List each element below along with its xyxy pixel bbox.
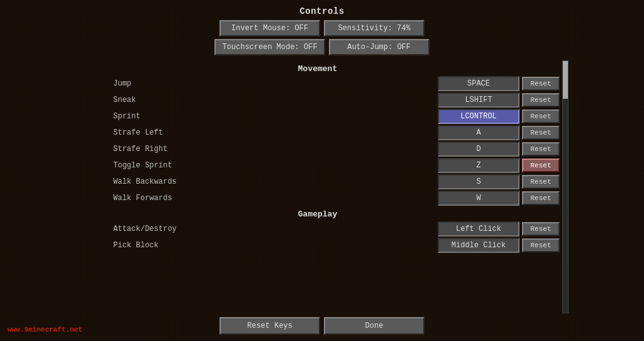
keybind-label-jump: Jump [75,79,438,88]
keybind-key-strafe-right[interactable]: D [438,142,519,157]
button-row-2: Touchscreen Mode: OFF Auto-Jump: OFF [214,39,429,55]
keybind-jump: Jump SPACE Reset [75,76,560,91]
reset-toggle-sprint[interactable]: Reset [522,159,560,172]
gameplay-title: Gameplay [75,210,560,219]
page-title: Controls [299,6,344,16]
reset-pick-block[interactable]: Reset [522,238,560,252]
keybind-label-toggle-sprint: Toggle Sprint [75,161,438,170]
keybind-key-attack[interactable]: Left Click [438,221,519,237]
keybind-key-walk-forwards[interactable]: W [438,191,519,206]
reset-walk-backwards[interactable]: Reset [522,175,560,189]
reset-keys-button[interactable]: Reset Keys [219,317,320,335]
keybind-sneak: Sneak LSHIFT Reset [75,92,560,108]
reset-walk-forwards[interactable]: Reset [522,191,560,205]
reset-strafe-left[interactable]: Reset [522,126,560,140]
scrollbar-thumb[interactable] [563,61,568,99]
done-button[interactable]: Done [324,317,425,335]
keybind-key-walk-backwards[interactable]: S [438,174,519,189]
keybind-walk-forwards: Walk Forwards W Reset [75,191,560,206]
reset-attack[interactable]: Reset [522,222,560,236]
invert-mouse-button[interactable]: Invert Mouse: OFF [219,20,320,36]
keybind-label-attack: Attack/Destroy [75,225,438,233]
keybind-key-jump[interactable]: SPACE [438,76,519,91]
keybind-walk-backwards: Walk Backwards S Reset [75,174,560,189]
keybind-label-sprint: Sprint [75,112,438,121]
keybind-label-walk-backwards: Walk Backwards [75,177,438,186]
sensitivity-button[interactable]: Sensitivity: 74% [324,20,425,36]
touchscreen-button[interactable]: Touchscreen Mode: OFF [214,39,325,55]
watermark: www.9minecraft.net [8,326,82,333]
keybind-key-sprint[interactable]: LCONTROL [438,109,519,124]
keybind-label-pick-block: Pick Block [75,241,438,250]
scrollable-area: Movement Jump SPACE Reset Sneak LSHIFT R… [75,60,569,313]
keybind-sprint: Sprint LCONTROL Reset [75,109,560,124]
keybind-pick-block: Pick Block Middle Click Reset [75,238,560,253]
keybind-label-walk-forwards: Walk Forwards [75,194,438,203]
keybind-attack: Attack/Destroy Left Click Reset [75,221,560,237]
keybind-label-strafe-right: Strafe Right [75,145,438,154]
button-row-1: Invert Mouse: OFF Sensitivity: 74% [219,20,425,36]
keybind-label-sneak: Sneak [75,96,438,104]
auto-jump-button[interactable]: Auto-Jump: OFF [329,39,430,55]
top-controls: Invert Mouse: OFF Sensitivity: 74% Touch… [75,20,569,55]
keybind-key-sneak[interactable]: LSHIFT [438,92,519,108]
movement-title: Movement [75,64,560,74]
keybind-label-strafe-left: Strafe Left [75,128,438,137]
scrollbar-track[interactable] [562,60,569,313]
content-area: Movement Jump SPACE Reset Sneak LSHIFT R… [75,60,562,313]
reset-sprint[interactable]: Reset [522,109,560,123]
reset-jump[interactable]: Reset [522,77,560,91]
reset-strafe-right[interactable]: Reset [522,142,560,156]
keybind-strafe-right: Strafe Right D Reset [75,142,560,157]
keybind-key-toggle-sprint[interactable]: Z [438,158,519,173]
keybind-toggle-sprint: Toggle Sprint Z Reset [75,158,560,173]
keybind-key-strafe-left[interactable]: A [438,125,519,140]
reset-sneak[interactable]: Reset [522,93,560,107]
bottom-buttons: Reset Keys Done [75,317,569,335]
keybind-key-pick-block[interactable]: Middle Click [438,238,519,253]
controls-panel: Controls Invert Mouse: OFF Sensitivity: … [75,6,569,335]
keybind-strafe-left: Strafe Left A Reset [75,125,560,140]
